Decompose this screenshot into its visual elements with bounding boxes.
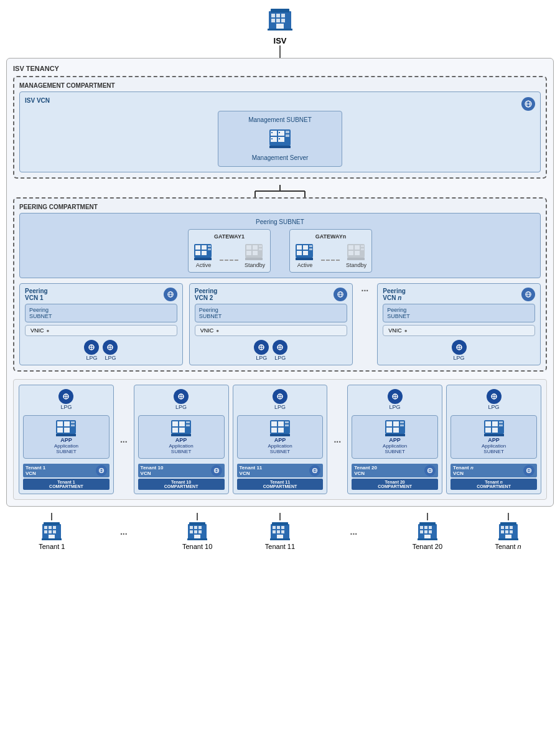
- svg-rect-32: [202, 245, 207, 250]
- svg-rect-200: [510, 526, 513, 529]
- svg-rect-24: [269, 146, 291, 148]
- peering-vcn2-lpg2: LPG: [273, 340, 287, 361]
- isv-vcn-label: ISV VCN: [25, 97, 50, 104]
- tenant1-app-subnet: APP ApplicationSUBNET: [23, 415, 110, 459]
- peering-vcn2-lpg1: LPG: [254, 340, 269, 361]
- svg-rect-173: [198, 530, 202, 533]
- peering-vcn2-lpg2-icon: [273, 340, 287, 355]
- svg-rect-163: [53, 530, 56, 533]
- isv-connector-line: [279, 45, 281, 58]
- svg-rect-106: [172, 428, 178, 433]
- svg-rect-185: [270, 538, 290, 540]
- gateway1-standby-label: Standby: [245, 262, 265, 268]
- gateway1-title: GATEWAY1: [214, 233, 245, 240]
- svg-rect-122: [285, 421, 289, 423]
- svg-rect-90: [57, 421, 63, 426]
- svg-rect-134: [386, 428, 392, 433]
- gateway1-standby: Standby: [245, 242, 265, 268]
- svg-rect-138: [385, 434, 405, 436]
- tenantn-compartment-label: Tenant nCOMPARTMENT: [450, 479, 537, 490]
- gatewayn-standby: Standby: [346, 242, 366, 268]
- gateway1-box: GATEWAY1: [188, 229, 271, 273]
- peering-vcn1-subnet: PeeringSUBNET: [25, 304, 177, 322]
- svg-rect-53: [296, 258, 313, 260]
- svg-rect-51: [309, 245, 312, 247]
- tenantn-lpg-label: LPG: [488, 404, 500, 410]
- svg-rect-195: [418, 538, 437, 540]
- tenant11-vcn-label: Tenant 11VCN: [240, 465, 263, 476]
- svg-rect-19: [279, 132, 280, 133]
- tenantn-vcn-label: Tenant nVCN: [453, 465, 474, 476]
- svg-rect-190: [429, 526, 432, 529]
- isv-building-icon: [266, 6, 294, 35]
- svg-rect-152: [484, 434, 504, 436]
- peering-vcns-dots: ...: [359, 283, 371, 293]
- svg-rect-157: [44, 522, 60, 525]
- tenant20-app-subnet-label: ApplicationSUBNET: [383, 443, 407, 454]
- peering-vcn2-vnic: VNIC ●: [195, 325, 347, 336]
- tenant11-20-dots: ...: [331, 385, 343, 494]
- svg-rect-182: [277, 530, 280, 533]
- isv-top-section: ISV: [6, 6, 554, 58]
- svg-rect-2: [271, 14, 275, 17]
- peering-vcns-row: PeeringVCN 1 PeeringSUBNET VNIC ●: [19, 283, 541, 365]
- peering-vcnn-subnet: PeeringSUBNET: [383, 304, 535, 322]
- tenantn-app-subnet: APP ApplicationSUBNET: [450, 415, 537, 459]
- svg-rect-18: [271, 132, 273, 133]
- tenant20-vcn-network-icon: [424, 465, 436, 476]
- tenant10-bottom-icon: Tenant 10: [182, 513, 212, 550]
- peering-vcn1-lpg1: LPG: [84, 340, 99, 361]
- svg-rect-168: [190, 526, 193, 529]
- svg-rect-205: [498, 538, 518, 540]
- svg-rect-165: [42, 538, 62, 540]
- svg-rect-181: [273, 530, 276, 533]
- svg-rect-175: [187, 538, 207, 540]
- tenant20-app-subnet: APP ApplicationSUBNET: [352, 415, 438, 459]
- svg-rect-40: [253, 245, 258, 250]
- tenant20-bottom-label: Tenant 20: [413, 543, 442, 550]
- svg-rect-57: [348, 251, 353, 255]
- tenant11-lpg-icon: [273, 389, 287, 404]
- tenant20-footer: Tenant 20VCN Tenant 20COMPARTMENT: [352, 464, 438, 490]
- peering-vcn1-vnic-label: VNIC: [30, 327, 44, 334]
- peering-vcn2-lpg2-label: LPG: [274, 355, 286, 361]
- tenant1-compartment-label: Tenant 1COMPARTMENT: [23, 479, 110, 490]
- tenantn-vcn-network-icon: [523, 465, 534, 476]
- svg-rect-42: [253, 251, 258, 255]
- tenant20-lpg-top: LPG: [388, 389, 403, 410]
- svg-rect-158: [44, 526, 47, 529]
- svg-rect-192: [424, 530, 427, 533]
- peering-vcnn-lpg-row: LPG: [383, 340, 535, 361]
- tenant1-lpg-icon: [58, 389, 73, 404]
- tenant11-app-label: APP: [274, 437, 286, 443]
- tenant11-bottom-icon: Tenant 11: [265, 513, 295, 550]
- peering-vcnn-box: PeeringVCN n PeeringSUBNET VNIC ●: [377, 283, 541, 365]
- tenant1-footer: Tenant 1VCN Tenant 1COMPARTMENT: [23, 464, 110, 490]
- svg-rect-160: [53, 526, 56, 529]
- tenant1-bottom-label: Tenant 1: [39, 543, 65, 550]
- svg-rect-146: [485, 421, 491, 426]
- svg-rect-20: [271, 138, 273, 139]
- peering-vcn2-box: PeeringVCN 2 PeeringSUBNET VNIC ●: [189, 283, 353, 365]
- tenant11-lpg-label: LPG: [274, 404, 286, 410]
- tenant20-lpg-icon: [388, 389, 403, 404]
- tenant1-lpg-top: LPG: [58, 389, 73, 410]
- svg-rect-120: [271, 428, 277, 433]
- tenant1-app-icon: [55, 420, 77, 437]
- peering-vcn1-lpg2-label: LPG: [105, 355, 116, 361]
- mgmt-server-label: Management Server: [252, 154, 309, 161]
- tenant20-connector: [427, 513, 428, 520]
- tenant20-compartment-label: Tenant 20COMPARTMENT: [352, 479, 438, 490]
- peering-vcnn-lpg1-label: LPG: [454, 355, 465, 361]
- peering-vcn2-title: PeeringVCN 2: [195, 288, 218, 301]
- tenant11-compartment-label: Tenant 11COMPARTMENT: [237, 479, 324, 490]
- tenant1-10-dots: ...: [118, 385, 130, 494]
- gatewayn-box: GATEWAYn: [289, 229, 372, 273]
- tenant1-bottom-icon: Tenant 1: [39, 513, 65, 550]
- tenant-vcns-row: LPG APP: [19, 385, 541, 494]
- tenant11-connector: [279, 513, 281, 520]
- peering-vcn2-vnic-label: VNIC: [200, 327, 214, 334]
- peering-vcnn-lpg1-icon: [452, 340, 467, 355]
- svg-rect-124: [270, 434, 290, 436]
- gatewayn-active-label: Active: [297, 262, 313, 268]
